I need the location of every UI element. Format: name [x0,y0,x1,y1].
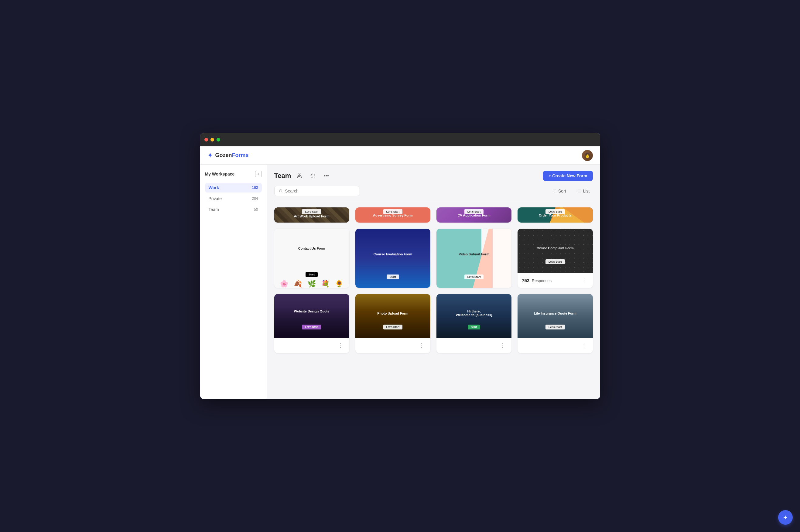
form-thumbnail-insurance: Life Insurance Quote Form Let's Start [517,294,593,338]
form-responses-complaint: 752 Responses [522,278,552,283]
more-button-complaint[interactable]: ⋮ [579,276,589,284]
sidebar-item-work[interactable]: Work 102 [205,183,262,192]
form-card-art[interactable]: Art Work Upload Form Let's Start 625 Res… [274,207,349,223]
app-body: ✦ GozenForms 👩 My Workspace + Work [200,146,600,399]
form-thumbnail-complaint: Online Complaint Form Let's Start [517,229,593,273]
search-icon [279,189,283,193]
sidebar-badge-team: 50 [254,207,258,212]
form-thumbnail-website: Website Design Quote Let's Start [274,294,349,338]
sidebar-item-label-work: Work [209,185,219,190]
form-card-info-website: ⋮ [274,338,349,353]
form-card-info-photo: ⋮ [355,338,431,353]
form-card-title-course: Course Evaluation Form [370,252,415,256]
more-button-photo[interactable]: ⋮ [417,342,426,349]
main-content: Team ••• [267,165,600,399]
form-card-welcome[interactable]: Hi there,Welcome to [business] Start ⋮ [436,294,512,353]
sort-button[interactable]: Sort [549,187,569,195]
close-dot[interactable] [204,138,208,141]
settings-icon[interactable] [308,171,318,181]
form-card-insurance[interactable]: Life Insurance Quote Form Let's Start ⋮ [517,294,593,353]
start-btn-welcome[interactable]: Start [468,325,480,329]
form-card-order[interactable]: Order Your Products Let's Start 345 Resp… [517,207,593,223]
form-card-complaint[interactable]: Online Complaint Form Let's Start 752 Re… [517,229,593,288]
more-button-website[interactable]: ⋮ [336,342,345,349]
form-card-title-contact: Contact Us Form [295,247,328,250]
start-btn-art[interactable]: Let's Start [302,209,321,214]
form-card-video[interactable]: Video Submit Form Let's Start 800 Respon… [436,229,512,288]
start-btn-cv[interactable]: Let's Start [464,209,484,214]
sidebar-badge-private: 204 [252,196,258,201]
avatar-emoji: 👩 [584,152,590,158]
form-card-info-welcome: ⋮ [436,338,512,353]
app-window: ✦ GozenForms 👩 My Workspace + Work [200,133,600,399]
contact-flowers: 🌸🍂🌿💐🌻 [274,280,349,288]
form-thumbnail-welcome: Hi there,Welcome to [business] Start [436,294,512,338]
form-thumbnail-advertising: Advertising Survey Form Let's Start [355,207,431,223]
forms-grid: Art Work Upload Form Let's Start 625 Res… [274,207,593,353]
sidebar-item-private[interactable]: Private 204 [205,194,262,204]
more-button-insurance[interactable]: ⋮ [579,342,589,349]
start-btn-advertising[interactable]: Let's Start [383,209,403,214]
sidebar-item-team[interactable]: Team 50 [205,205,262,214]
form-thumbnail-art: Art Work Upload Form Let's Start [274,207,349,223]
create-btn-label: + Create New Form [549,173,587,178]
start-btn-video[interactable]: Let's Start [464,274,484,279]
sort-icon [552,189,556,193]
more-icon[interactable]: ••• [321,171,331,181]
avatar[interactable]: 👩 [582,150,593,161]
form-card-website[interactable]: Website Design Quote Let's Start ⋮ [274,294,349,353]
form-card-contact[interactable]: Contact Us Form Start 🌸🍂🌿💐🌻 326 Response… [274,229,349,288]
main-layout: My Workspace + Work 102 Private 204 Team… [200,165,600,399]
sidebar-nav: Work 102 Private 204 Team 50 [205,183,262,214]
list-label: List [583,189,590,193]
form-thumbnail-video: Video Submit Form Let's Start [436,229,512,288]
sidebar-header: My Workspace + [205,171,262,177]
start-btn-contact[interactable]: Start [306,272,318,277]
sidebar-item-label-private: Private [209,196,222,201]
start-btn-website[interactable]: Let's Start [302,325,321,329]
team-members-icon[interactable] [294,171,304,181]
toolbar-right: Sort List [549,187,593,195]
sidebar-item-label-team: Team [209,207,219,212]
logo-icon: ✦ [207,152,213,159]
start-btn-insurance[interactable]: Let's Start [546,325,565,329]
start-btn-course[interactable]: Start [387,274,399,279]
sidebar-badge-work: 102 [252,186,258,190]
form-card-title-complaint: Online Complaint Form [534,246,577,250]
create-new-form-button[interactable]: + Create New Form [543,171,593,181]
content-header: Team ••• [274,171,593,181]
start-btn-photo[interactable]: Let's Start [383,325,403,329]
search-box[interactable] [274,186,359,196]
toolbar: Sort List [274,186,593,201]
add-workspace-button[interactable]: + [255,171,262,177]
form-card-title-website: Website Design Quote [291,309,332,313]
form-card-course[interactable]: Course Evaluation Form Start 648 Respons… [355,229,431,288]
form-card-photo[interactable]: Photo Upload Form Let's Start ⋮ [355,294,431,353]
svg-point-1 [279,189,282,192]
form-thumbnail-photo: Photo Upload Form Let's Start [355,294,431,338]
maximize-dot[interactable] [216,138,220,141]
start-btn-order[interactable]: Let's Start [546,209,565,214]
search-input[interactable] [285,189,355,193]
form-thumbnail-cv: CV Application Form Let's Start [436,207,512,223]
start-btn-complaint[interactable]: Let's Start [546,259,565,264]
form-card-advertising[interactable]: Advertising Survey Form Let's Start 200 … [355,207,431,223]
list-icon [577,189,581,193]
svg-point-0 [298,174,300,175]
logo-text: GozenForms [215,152,249,158]
list-button[interactable]: List [574,187,593,195]
fab-icon: + [783,513,787,522]
topbar: ✦ GozenForms 👩 [200,146,600,165]
form-card-cv[interactable]: CV Application Form Let's Start 754 Resp… [436,207,512,223]
form-card-title-photo: Photo Upload Form [374,311,411,315]
form-thumbnail-order: Order Your Products Let's Start [517,207,593,223]
minimize-dot[interactable] [210,138,214,141]
form-card-title-welcome: Hi there,Welcome to [business] [453,309,495,317]
titlebar [200,133,600,146]
page-title: Team [274,172,291,180]
fab-button[interactable]: + [778,510,793,525]
form-card-info-insurance: ⋮ [517,338,593,353]
more-button-welcome[interactable]: ⋮ [498,342,507,349]
sort-label: Sort [558,189,566,193]
form-thumbnail-course: Course Evaluation Form Start [355,229,431,288]
